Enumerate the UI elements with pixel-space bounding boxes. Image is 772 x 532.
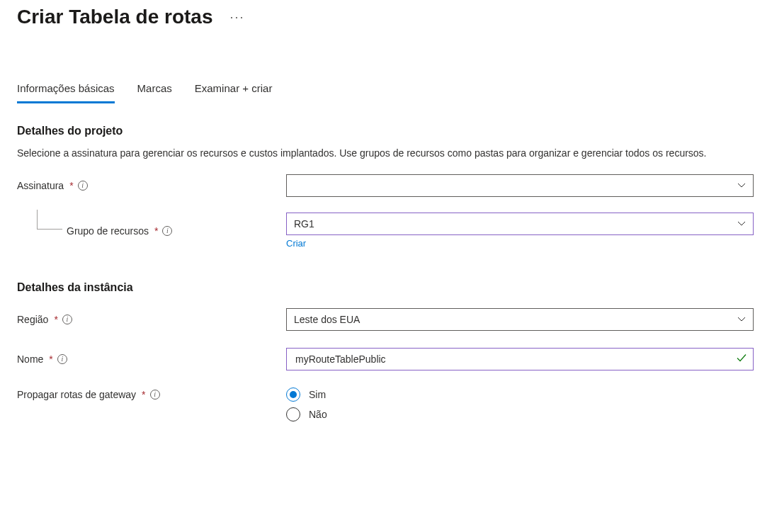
- create-rg-link[interactable]: Criar: [286, 238, 306, 249]
- region-select[interactable]: Leste dos EUA: [286, 308, 754, 331]
- tabs: Informações básicas Marcas Examinar + cr…: [17, 78, 755, 103]
- project-details-description: Selecione a assinatura para gerenciar os…: [17, 146, 725, 160]
- name-input[interactable]: [294, 353, 730, 366]
- tab-basics[interactable]: Informações básicas: [17, 78, 115, 103]
- propagate-row: Propagar rotas de gateway * i Sim Não: [17, 387, 755, 421]
- info-icon[interactable]: i: [57, 354, 67, 364]
- name-label: Nome: [17, 353, 43, 365]
- radio-circle-icon: [286, 387, 300, 402]
- page-title: Criar Tabela de rotas: [17, 6, 212, 28]
- propagate-label: Propagar rotas de gateway: [17, 389, 136, 400]
- name-input-wrapper: [286, 348, 754, 370]
- radio-yes-label: Sim: [309, 389, 326, 400]
- instance-details-section: Detalhes da instância Região * i Leste d…: [17, 281, 755, 421]
- info-icon[interactable]: i: [78, 181, 88, 191]
- info-icon[interactable]: i: [162, 226, 172, 236]
- propagate-radio-group: Sim Não: [286, 387, 754, 421]
- required-icon: *: [142, 389, 145, 400]
- required-icon: *: [154, 225, 158, 237]
- instance-details-heading: Detalhes da instância: [17, 281, 755, 294]
- radio-no-label: Não: [309, 409, 327, 420]
- info-icon[interactable]: i: [150, 390, 160, 400]
- project-details-heading: Detalhes do projeto: [17, 125, 755, 137]
- region-label: Região: [17, 314, 48, 325]
- subscription-row: Assinatura * i: [17, 174, 755, 197]
- project-details-section: Detalhes do projeto Selecione a assinatu…: [17, 125, 755, 249]
- radio-yes[interactable]: Sim: [286, 387, 754, 402]
- region-value: Leste dos EUA: [294, 314, 360, 325]
- more-icon[interactable]: ···: [229, 10, 244, 25]
- chevron-down-icon: [737, 221, 746, 227]
- region-row: Região * i Leste dos EUA: [17, 308, 755, 331]
- tab-review[interactable]: Examinar + criar: [195, 78, 273, 103]
- radio-no[interactable]: Não: [286, 407, 754, 421]
- info-icon[interactable]: i: [62, 315, 72, 324]
- resource-group-value: RG1: [294, 218, 314, 230]
- name-row: Nome * i: [17, 348, 755, 370]
- resource-group-label: Grupo de recursos: [67, 225, 149, 237]
- subscription-select[interactable]: [286, 174, 754, 197]
- required-icon: *: [49, 353, 52, 365]
- radio-dot-icon: [290, 391, 297, 398]
- required-icon: *: [54, 314, 57, 325]
- required-icon: *: [69, 180, 73, 191]
- subscription-label: Assinatura: [17, 180, 64, 191]
- resource-group-row: Grupo de recursos * i RG1 Criar: [17, 213, 755, 249]
- tab-tags[interactable]: Marcas: [137, 78, 172, 103]
- radio-circle-icon: [286, 407, 300, 421]
- resource-group-select[interactable]: RG1: [286, 213, 754, 235]
- chevron-down-icon: [737, 317, 746, 322]
- chevron-down-icon: [737, 183, 746, 188]
- check-icon: [736, 353, 747, 366]
- indent-line: [37, 210, 62, 230]
